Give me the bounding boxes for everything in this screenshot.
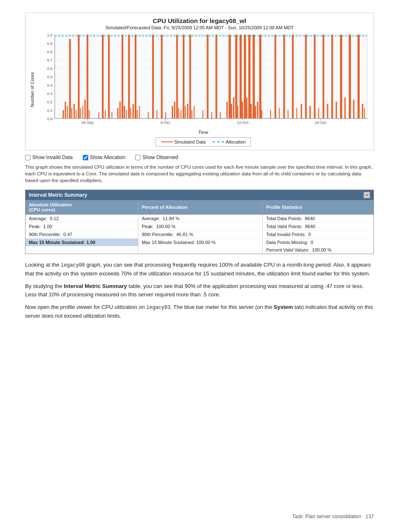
svg-rect-52 xyxy=(178,108,179,118)
show-invalid-checkbox[interactable]: Show Invalid Data xyxy=(25,154,73,160)
svg-rect-102 xyxy=(314,35,315,118)
col2-row3: 90th Percentile: 46.81 % xyxy=(138,231,262,239)
svg-rect-33 xyxy=(80,108,81,118)
y-axis-label: Number of Cores xyxy=(30,33,36,146)
footer-text: Task: Plan server consolidation xyxy=(292,514,361,519)
svg-rect-66 xyxy=(240,35,242,118)
show-observed-label: Show Observed xyxy=(142,154,178,160)
page-footer: Task: Plan server consolidation 137 xyxy=(292,514,374,519)
svg-rect-61 xyxy=(229,35,231,118)
svg-rect-31 xyxy=(76,110,77,118)
svg-rect-106 xyxy=(331,35,333,118)
code-legacy08: legacy08 xyxy=(61,262,85,268)
svg-rect-109 xyxy=(344,98,345,118)
svg-rect-35 xyxy=(84,100,86,118)
col3-row5: Percent Valid Values: 100.00 % xyxy=(263,246,373,254)
col1-row4: Max 15 Minute Sustained: 1.00 xyxy=(26,239,138,247)
col2-row1: Average: 11.84 % xyxy=(138,215,262,223)
svg-rect-83 xyxy=(152,35,154,118)
svg-text:0.0: 0.0 xyxy=(47,117,53,121)
show-allocation-checkbox[interactable]: Show Allocation xyxy=(83,154,125,160)
show-observed-input[interactable] xyxy=(135,155,141,160)
svg-rect-28 xyxy=(69,39,71,118)
col1-row2: Peak: 1.00 xyxy=(26,223,138,231)
svg-rect-71 xyxy=(251,104,252,118)
col3-row1: Total Data Points: 8640 xyxy=(263,215,373,223)
svg-rect-47 xyxy=(137,110,138,118)
svg-rect-99 xyxy=(301,104,302,118)
chart-title: CPU Utilization for legacy08_wl xyxy=(30,17,369,24)
svg-rect-62 xyxy=(231,104,232,118)
svg-rect-60 xyxy=(226,102,228,118)
avg-val: 0.12 xyxy=(50,216,59,221)
pct-avg-val: 11.84 % xyxy=(163,216,179,221)
svg-rect-36 xyxy=(87,35,88,118)
col2-header: Percent of Allocation xyxy=(138,200,262,215)
chart-svg: 1.0 0.9 0.8 0.7 0.6 0.5 0.4 0.3 0.2 0.1 … xyxy=(37,33,369,129)
col1-row5 xyxy=(26,246,138,254)
svg-rect-70 xyxy=(248,35,251,118)
svg-rect-111 xyxy=(353,100,354,118)
interval-metric-summary: Interval Metric Summary − Absolute Utili… xyxy=(25,190,374,254)
svg-rect-91 xyxy=(220,112,221,118)
collapse-button[interactable]: − xyxy=(363,192,370,198)
show-observed-checkbox[interactable]: Show Observed xyxy=(135,154,178,160)
svg-rect-39 xyxy=(119,102,120,118)
show-invalid-input[interactable] xyxy=(25,155,31,160)
show-allocation-input[interactable] xyxy=(83,155,88,160)
svg-rect-113 xyxy=(362,104,363,118)
chart-area: Number of Cores xyxy=(30,33,369,146)
svg-rect-42 xyxy=(126,110,127,118)
col3-row4: Data Points Missing: 0 xyxy=(263,239,373,247)
paragraph-2: By studying the Interval Metric Summary … xyxy=(25,282,374,299)
svg-rect-40 xyxy=(122,35,123,118)
footer-page: 137 xyxy=(366,514,374,519)
svg-rect-88 xyxy=(207,35,208,118)
svg-rect-46 xyxy=(135,35,136,118)
svg-rect-29 xyxy=(71,108,72,118)
svg-rect-27 xyxy=(67,106,68,118)
svg-rect-74 xyxy=(257,102,258,118)
chart-container: CPU Utilization for legacy08_wl Simulate… xyxy=(25,13,374,150)
peak-val: 1.00 xyxy=(43,224,52,229)
svg-text:0.5: 0.5 xyxy=(47,75,53,79)
chart-content: 1.0 0.9 0.8 0.7 0.6 0.5 0.4 0.3 0.2 0.1 … xyxy=(37,33,369,146)
svg-rect-86 xyxy=(165,112,166,118)
svg-rect-32 xyxy=(78,35,79,118)
x-axis-label: Time xyxy=(37,130,369,135)
svg-rect-85 xyxy=(161,35,163,118)
svg-text:0.7: 0.7 xyxy=(47,58,53,62)
chart-legend: Simulated Data Allocation xyxy=(156,137,251,146)
svg-rect-58 xyxy=(192,110,192,118)
col2-row5 xyxy=(138,246,262,254)
pct-max15-label: Max 15 Minute Sustained: xyxy=(142,240,195,245)
svg-rect-53 xyxy=(181,110,182,118)
svg-text:28-Sep: 28-Sep xyxy=(81,121,94,125)
svg-rect-64 xyxy=(235,35,237,118)
pct-90-val: 46.81 % xyxy=(176,232,193,237)
svg-rect-94 xyxy=(279,108,280,118)
svg-rect-77 xyxy=(98,112,99,118)
col3-row3: Total Invalid Points: 0 xyxy=(263,231,373,239)
col2-row2: Peak: 100.00 % xyxy=(138,223,262,231)
peak-label: Peak: xyxy=(29,224,41,229)
max15-label: Max 15 Minute Sustained: xyxy=(29,240,85,245)
chart-subtitle: Simulated/Forecasted Data: Fri, 9/25/200… xyxy=(30,25,369,30)
metric-row-4: Max 15 Minute Sustained: 1.00 Max 15 Min… xyxy=(26,239,373,247)
col1-row3: 90th Percentile: 0.47 xyxy=(26,231,138,239)
svg-text:12-Oct: 12-Oct xyxy=(237,121,249,125)
paragraph-1: Looking at the legacy08 graph, you can s… xyxy=(25,261,374,278)
pct-avg-label: Average: xyxy=(142,216,160,221)
svg-rect-56 xyxy=(187,104,188,118)
pct-max15-val: 100.00 % xyxy=(196,240,215,245)
svg-rect-55 xyxy=(185,106,186,118)
svg-text:1.0: 1.0 xyxy=(47,33,53,37)
col1-header: Absolute Utilization(CPU cores) xyxy=(26,200,138,215)
svg-text:0.8: 0.8 xyxy=(47,50,53,54)
svg-rect-82 xyxy=(148,112,148,118)
svg-rect-38 xyxy=(117,108,118,118)
svg-rect-105 xyxy=(327,104,328,118)
pct90-label: 90th Percentile: xyxy=(29,232,61,237)
paragraph-3: Now open the profile viewer for CPU util… xyxy=(25,303,374,320)
svg-rect-79 xyxy=(105,110,106,118)
